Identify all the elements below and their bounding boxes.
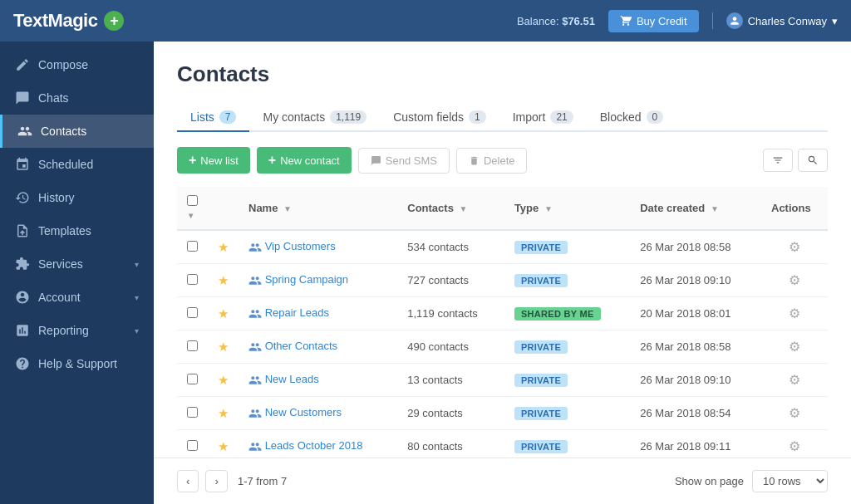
gear-icon[interactable]: ⚙ — [789, 406, 800, 420]
row-checkbox[interactable] — [187, 374, 198, 384]
star-icon[interactable]: ★ — [218, 340, 229, 354]
header-right: Balance: $76.51 Buy Credit Charles Conwa… — [517, 10, 838, 32]
new-contact-button[interactable]: + New contact — [257, 147, 352, 174]
th-date-created[interactable]: Date created ▼ — [630, 187, 761, 230]
new-list-button[interactable]: + New list — [177, 147, 250, 174]
tab-import[interactable]: Import 21 — [499, 104, 587, 132]
sidebar-item-services[interactable]: Services ▾ — [0, 247, 154, 281]
sidebar-item-label: History — [38, 191, 75, 204]
row-checkbox[interactable] — [187, 340, 198, 351]
contact-name-link[interactable]: Other Contacts — [265, 340, 337, 352]
row-checkbox[interactable] — [187, 440, 198, 451]
buy-credit-button[interactable]: Buy Credit — [608, 10, 699, 32]
contact-name-link[interactable]: New Customers — [265, 406, 342, 418]
compose-icon — [15, 57, 30, 72]
show-label: Show on page — [675, 475, 744, 487]
sidebar-item-history[interactable]: History — [0, 181, 154, 214]
table-row: ★ New Leads 13 contacts PRIVATE 26 Mar 2… — [177, 364, 828, 397]
sidebar-item-label: Compose — [38, 58, 88, 71]
gear-icon[interactable]: ⚙ — [789, 439, 800, 453]
services-arrow-icon: ▾ — [135, 260, 139, 269]
gear-icon[interactable]: ⚙ — [789, 306, 800, 321]
sidebar-item-chats[interactable]: Chats — [0, 81, 154, 115]
row-type-cell: PRIVATE — [504, 230, 630, 264]
contact-name-link[interactable]: Spring Campaign — [265, 273, 348, 286]
row-name-cell: New Customers — [239, 397, 397, 430]
type-badge: PRIVATE — [514, 407, 568, 420]
row-star-cell: ★ — [208, 397, 239, 430]
delete-button[interactable]: Delete — [456, 148, 528, 174]
sidebar-item-label: Scheduled — [38, 158, 93, 171]
th-name[interactable]: Name ▼ — [239, 187, 397, 230]
prev-page-button[interactable]: ‹ — [177, 470, 199, 492]
table-row: ★ Leads October 2018 80 contacts PRIVATE… — [177, 430, 828, 458]
logo: TextMagic + — [13, 10, 124, 32]
star-icon[interactable]: ★ — [218, 373, 229, 387]
row-date-cell: 26 Mar 2018 08:58 — [630, 230, 761, 264]
tab-blocked[interactable]: Blocked 0 — [587, 104, 677, 132]
sort-arrow-icon: ▼ — [460, 204, 468, 213]
row-contacts-cell: 534 contacts — [397, 230, 504, 264]
contact-name-link[interactable]: Vip Customers — [265, 240, 336, 252]
sidebar-item-scheduled[interactable]: Scheduled — [0, 148, 154, 181]
tab-custom-fields[interactable]: Custom fields 1 — [380, 104, 499, 132]
tab-import-count: 21 — [550, 110, 573, 124]
gear-icon[interactable]: ⚙ — [789, 373, 800, 387]
row-type-cell: PRIVATE — [504, 364, 630, 397]
sort-arrow-icon: ▼ — [283, 204, 292, 213]
row-type-cell: SHARED BY ME — [504, 297, 630, 330]
select-all-checkbox[interactable] — [187, 195, 198, 206]
search-button[interactable] — [798, 149, 828, 172]
star-icon[interactable]: ★ — [218, 273, 229, 287]
row-checkbox-cell — [177, 430, 208, 458]
row-contacts-cell: 490 contacts — [397, 330, 504, 364]
th-type[interactable]: Type ▼ — [504, 187, 630, 230]
tab-lists[interactable]: Lists 7 — [177, 104, 249, 132]
rows-per-page-select[interactable]: 10 rows 25 rows 50 rows 100 rows — [752, 470, 828, 492]
row-checkbox[interactable] — [187, 274, 198, 285]
row-checkbox[interactable] — [187, 407, 198, 418]
filter-button[interactable] — [763, 149, 793, 172]
row-star-cell: ★ — [208, 264, 239, 297]
user-menu[interactable]: Charles Conway ▾ — [726, 12, 838, 29]
header-divider — [712, 12, 713, 29]
sidebar-item-label: Chats — [38, 91, 69, 105]
layout: Compose Chats Contacts Scheduled History… — [0, 42, 851, 504]
sidebar-item-compose[interactable]: Compose — [0, 48, 154, 81]
row-checkbox[interactable] — [187, 241, 198, 252]
sidebar-item-templates[interactable]: Templates — [0, 214, 154, 247]
next-page-button[interactable]: › — [205, 470, 227, 492]
sidebar-item-help[interactable]: Help & Support — [0, 347, 154, 380]
gear-icon[interactable]: ⚙ — [789, 240, 800, 254]
help-icon — [15, 356, 30, 371]
th-contacts[interactable]: Contacts ▼ — [397, 187, 504, 230]
table-row: ★ Spring Campaign 727 contacts PRIVATE 2… — [177, 264, 828, 297]
sidebar-item-account[interactable]: Account ▾ — [0, 281, 154, 314]
sidebar-item-label: Reporting — [38, 324, 89, 337]
star-icon[interactable]: ★ — [218, 406, 229, 420]
tab-my-contacts[interactable]: My contacts 1,119 — [249, 104, 380, 132]
gear-icon[interactable]: ⚙ — [789, 340, 800, 354]
contact-name-link[interactable]: New Leads — [265, 373, 319, 385]
contact-name-link[interactable]: Repair Leads — [265, 306, 329, 319]
star-icon[interactable]: ★ — [218, 306, 229, 321]
type-badge: SHARED BY ME — [514, 307, 601, 321]
sidebar-item-reporting[interactable]: Reporting ▾ — [0, 314, 154, 347]
group-icon — [248, 241, 262, 254]
send-sms-button[interactable]: Send SMS — [358, 148, 450, 174]
row-contacts-cell: 29 contacts — [397, 397, 504, 430]
row-contacts-cell: 80 contacts — [397, 430, 504, 458]
group-icon — [248, 440, 262, 453]
row-checkbox[interactable] — [187, 307, 198, 318]
sidebar-item-label: Contacts — [41, 125, 86, 138]
tab-my-contacts-count: 1,119 — [330, 110, 366, 124]
chats-icon — [15, 91, 30, 105]
contact-name-link[interactable]: Leads October 2018 — [265, 439, 363, 452]
contacts-table: ▾ Name ▼ Contacts ▼ Type — [177, 187, 828, 458]
star-icon[interactable]: ★ — [218, 240, 229, 254]
row-star-cell: ★ — [208, 230, 239, 264]
sidebar-item-contacts[interactable]: Contacts — [0, 115, 154, 148]
logo-plus-button[interactable]: + — [104, 11, 124, 31]
star-icon[interactable]: ★ — [218, 439, 229, 453]
gear-icon[interactable]: ⚙ — [789, 273, 800, 287]
